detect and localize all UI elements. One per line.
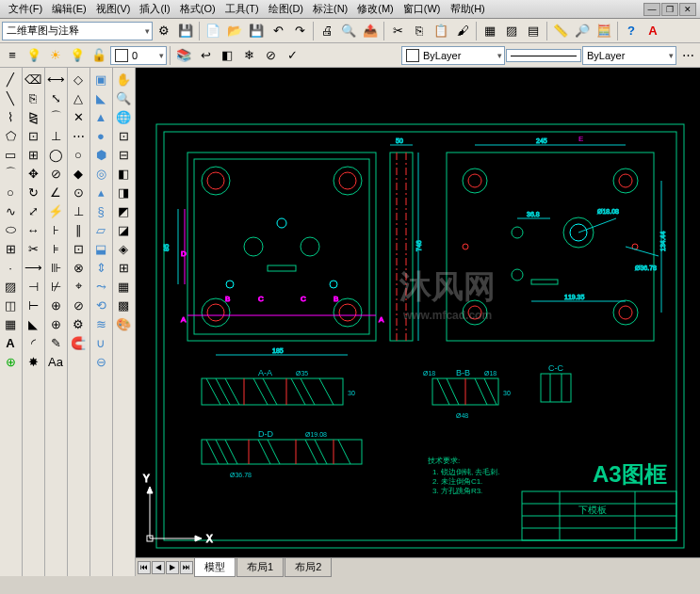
loft-icon[interactable]: ≋ (90, 314, 111, 333)
tab-first-icon[interactable]: ⏮ (138, 561, 151, 574)
snap-qua-icon[interactable]: ◆ (68, 164, 89, 183)
render-icon[interactable]: 🎨 (113, 314, 134, 333)
move-icon[interactable]: ✥ (23, 164, 43, 183)
arc-icon[interactable]: ⌒ (0, 164, 21, 183)
redo-icon[interactable]: ↷ (289, 21, 310, 41)
dimarc-icon[interactable]: ⌒ (45, 107, 66, 126)
snap-set-icon[interactable]: ⚙ (68, 314, 89, 333)
dimalign-icon[interactable]: ⤡ (45, 88, 66, 107)
xline-icon[interactable]: ╲ (0, 88, 21, 107)
snap-par-icon[interactable]: ∥ (68, 220, 89, 239)
tolerance-icon[interactable]: ⊕ (45, 296, 66, 314)
explode-icon[interactable]: ✸ (23, 352, 43, 371)
chamfer-icon[interactable]: ◣ (23, 314, 43, 333)
add-icon[interactable]: ⊕ (0, 352, 21, 371)
block-icon[interactable]: ▦ (480, 21, 500, 41)
vbottom-icon[interactable]: ⊟ (113, 145, 134, 164)
hatch-icon[interactable]: ▨ (501, 21, 522, 41)
torus-icon[interactable]: ◎ (90, 164, 111, 183)
cone-icon[interactable]: ▲ (90, 107, 111, 126)
box-icon[interactable]: ▣ (90, 70, 111, 88)
vright-icon[interactable]: ◨ (113, 183, 134, 201)
dimbreak-icon[interactable]: ⊬ (45, 277, 66, 296)
ellipse-icon[interactable]: ⬭ (0, 220, 21, 239)
hidden-icon[interactable]: ▦ (113, 277, 134, 296)
shaded-icon[interactable]: ▩ (113, 296, 134, 314)
menu-format[interactable]: 格式(O) (175, 0, 220, 18)
stretch-icon[interactable]: ↔ (23, 220, 43, 239)
presspull-icon[interactable]: ⇕ (90, 258, 111, 277)
break-icon[interactable]: ⊣ (23, 277, 43, 296)
trim-icon[interactable]: ✂ (23, 239, 43, 258)
vfront-icon[interactable]: ◩ (113, 201, 134, 220)
centermark-icon[interactable]: ⊕ (45, 314, 66, 333)
cut-icon[interactable]: ✂ (387, 21, 408, 41)
snap-mid-icon[interactable]: △ (68, 88, 89, 107)
plot-icon[interactable]: 🖨 (317, 21, 337, 41)
dimrad-icon[interactable]: ◯ (45, 145, 66, 164)
snap-ins-icon[interactable]: ⊡ (68, 239, 89, 258)
measure-icon[interactable]: 📏 (550, 21, 571, 41)
open-icon[interactable]: 📂 (224, 21, 245, 41)
snap-int-icon[interactable]: ✕ (68, 107, 89, 126)
tab-next-icon[interactable]: ▶ (166, 561, 179, 574)
table-icon[interactable]: ▤ (523, 21, 544, 41)
dimdia-icon[interactable]: ⊘ (45, 164, 66, 183)
snap-cen-icon[interactable]: ○ (68, 145, 89, 164)
viso-icon[interactable]: ◈ (113, 239, 134, 258)
publish-icon[interactable]: 📤 (360, 21, 381, 41)
dimbase-icon[interactable]: ⊦ (45, 220, 66, 239)
dimqk-icon[interactable]: ⚡ (45, 201, 66, 220)
help-icon[interactable]: ? (621, 21, 642, 41)
undo-icon[interactable]: ↶ (268, 21, 288, 41)
menu-insert[interactable]: 插入(I) (135, 0, 174, 18)
vtop-icon[interactable]: ⊡ (113, 126, 134, 145)
layer-dropdown[interactable]: 0 (110, 46, 167, 65)
drawing-canvas[interactable]: D AA BB CC E 245 (136, 68, 700, 576)
preview-icon[interactable]: 🔍 (338, 21, 359, 41)
close-button[interactable]: ✕ (679, 3, 696, 16)
linetype-settings-icon[interactable]: ⋯ (677, 45, 698, 66)
linetype-dropdown[interactable]: ByLayer (582, 46, 676, 65)
rotate-icon[interactable]: ↻ (23, 183, 43, 201)
dimstyle-icon[interactable]: Aa (45, 352, 66, 371)
zoom-icon[interactable]: 🔍 (113, 88, 134, 107)
orbit-icon[interactable]: 🌐 (113, 107, 134, 126)
save-icon[interactable]: 💾 (246, 21, 267, 41)
menu-help[interactable]: 帮助(H) (446, 0, 490, 18)
match-icon[interactable]: 🖌 (452, 21, 473, 41)
union-icon[interactable]: ∪ (90, 333, 111, 352)
qselect-icon[interactable]: 🔎 (572, 21, 593, 41)
tab-last-icon[interactable]: ⏭ (180, 561, 193, 574)
paste-icon[interactable]: 📋 (431, 21, 451, 41)
magnet-icon[interactable]: 🧲 (68, 333, 89, 352)
color-dropdown[interactable]: ByLayer (401, 46, 505, 65)
menu-dimension[interactable]: 标注(N) (308, 0, 352, 18)
scale-icon[interactable]: ⤢ (23, 201, 43, 220)
dimedit-icon[interactable]: ✎ (45, 333, 66, 352)
mirror-icon[interactable]: ⧎ (23, 107, 43, 126)
layer-match-icon[interactable]: ✓ (282, 45, 302, 66)
bulb-on-icon[interactable]: 💡 (24, 45, 44, 66)
tab-layout2[interactable]: 布局2 (285, 557, 332, 577)
menu-view[interactable]: 视图(V) (91, 0, 136, 18)
spline-icon[interactable]: ∿ (0, 201, 21, 220)
pyramid-icon[interactable]: ▴ (90, 183, 111, 201)
layer-iso-icon[interactable]: ◧ (217, 45, 237, 66)
dimang-icon[interactable]: ∠ (45, 183, 66, 201)
workspace-selector[interactable]: 二维草图与注释 (2, 22, 153, 40)
layer-icon[interactable]: ≡ (2, 45, 23, 66)
dimord-icon[interactable]: ⊥ (45, 126, 66, 145)
sphere-icon[interactable]: ● (90, 126, 111, 145)
dimspace-icon[interactable]: ⊪ (45, 258, 66, 277)
dimlin-icon[interactable]: ⟷ (45, 70, 66, 88)
tab-prev-icon[interactable]: ◀ (152, 561, 165, 574)
layer-off-icon[interactable]: ⊘ (260, 45, 281, 66)
snap-none-icon[interactable]: ⊘ (68, 296, 89, 314)
offset-icon[interactable]: ⊡ (23, 126, 43, 145)
rect-icon[interactable]: ▭ (0, 145, 21, 164)
a-icon[interactable]: A (643, 21, 663, 41)
menu-tools[interactable]: 工具(T) (220, 0, 264, 18)
table2-icon[interactable]: ▦ (0, 314, 21, 333)
cylinder-icon[interactable]: ⬢ (90, 145, 111, 164)
